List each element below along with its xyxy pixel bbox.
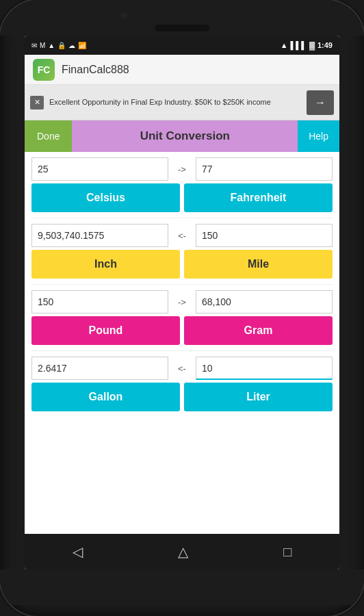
mile-input[interactable] bbox=[196, 224, 333, 247]
fahrenheit-button[interactable]: Fahrenheit bbox=[184, 183, 333, 212]
screen-title: Unit Conversion bbox=[72, 120, 298, 152]
app-bar: FC FinanCalc888 bbox=[25, 55, 339, 85]
volume-buttons: Gallon Liter bbox=[31, 383, 333, 411]
sync-icon: ☁ bbox=[68, 42, 75, 49]
status-bar-left: ✉ M ▲ 🔒 ☁ 📶 bbox=[31, 42, 86, 49]
status-bar-right: ▲ ▌▌▌ ▓ 1:49 bbox=[281, 41, 333, 49]
weight-conversion-row: -> Pound Gram bbox=[31, 290, 333, 345]
camera-dot bbox=[120, 12, 127, 19]
temp-buttons: Celsius Fahrenheit bbox=[31, 183, 333, 212]
status-bar: ✉ M ▲ 🔒 ☁ 📶 ▲ ▌▌▌ ▓ 1:49 bbox=[25, 36, 339, 55]
signal-icon: ▌▌▌ bbox=[291, 41, 307, 49]
home-button[interactable]: △ bbox=[164, 538, 202, 565]
mail-icon: ✉ bbox=[31, 42, 37, 49]
recent-button[interactable]: □ bbox=[270, 539, 305, 565]
volume-conversion-row: <- Gallon Liter bbox=[31, 357, 333, 411]
mile-button[interactable]: Mile bbox=[184, 250, 333, 279]
volume-direction: <- bbox=[172, 363, 192, 374]
lock-icon: 🔒 bbox=[57, 42, 66, 49]
phone-speaker bbox=[155, 25, 209, 31]
weight-direction: -> bbox=[172, 297, 192, 307]
ad-arrow-button[interactable]: → bbox=[307, 90, 334, 115]
inch-button[interactable]: Inch bbox=[31, 250, 180, 279]
motorola-icon: M bbox=[40, 42, 45, 49]
content-area: -> Celsius Fahrenheit <- Inch Mil bbox=[25, 152, 339, 534]
weight-buttons: Pound Gram bbox=[31, 316, 333, 345]
header-bar: Done Unit Conversion Help bbox=[25, 120, 339, 152]
liter-button[interactable]: Liter bbox=[184, 383, 333, 411]
length-conversion-row: <- Inch Mile bbox=[31, 224, 333, 279]
celsius-input[interactable] bbox=[31, 157, 168, 181]
ad-close-button[interactable]: ✕ bbox=[30, 96, 44, 110]
divider-2 bbox=[31, 284, 333, 285]
volume-inputs: <- bbox=[31, 357, 333, 380]
battery-icon: ▓ bbox=[309, 41, 315, 49]
pound-button[interactable]: Pound bbox=[31, 316, 180, 345]
length-buttons: Inch Mile bbox=[31, 250, 333, 279]
signal-bars-icon: 📶 bbox=[78, 42, 86, 49]
wifi-icon: ▲ bbox=[281, 41, 288, 49]
app-title: FinanCalc888 bbox=[62, 64, 129, 76]
divider-3 bbox=[31, 350, 333, 351]
phone-shell: ✉ M ▲ 🔒 ☁ 📶 ▲ ▌▌▌ ▓ 1:49 FC FinanCalc888… bbox=[0, 0, 364, 616]
gram-input[interactable] bbox=[196, 290, 333, 313]
phone-screen: ✉ M ▲ 🔒 ☁ 📶 ▲ ▌▌▌ ▓ 1:49 FC FinanCalc888… bbox=[25, 36, 339, 569]
temp-direction: -> bbox=[172, 164, 192, 175]
clock: 1:49 bbox=[317, 41, 333, 49]
ad-text: Excellent Opportunity in Final Exp Indus… bbox=[49, 97, 301, 107]
done-button[interactable]: Done bbox=[25, 120, 72, 152]
phone-top-bar bbox=[0, 0, 364, 36]
ad-banner: ✕ Excellent Opportunity in Final Exp Ind… bbox=[25, 85, 339, 120]
length-inputs: <- bbox=[31, 224, 333, 247]
back-button[interactable]: ◁ bbox=[59, 538, 96, 565]
pound-input[interactable] bbox=[31, 290, 168, 313]
length-direction: <- bbox=[172, 231, 192, 241]
liter-input[interactable] bbox=[196, 357, 333, 380]
temp-inputs: -> bbox=[31, 157, 333, 181]
gram-button[interactable]: Gram bbox=[184, 316, 333, 345]
celsius-button[interactable]: Celsius bbox=[31, 183, 180, 212]
weight-inputs: -> bbox=[31, 290, 333, 313]
app-icon: FC bbox=[33, 59, 55, 81]
help-button[interactable]: Help bbox=[298, 120, 339, 152]
fahrenheit-input[interactable] bbox=[196, 157, 333, 181]
gallon-button[interactable]: Gallon bbox=[31, 383, 180, 411]
temperature-conversion-row: -> Celsius Fahrenheit bbox=[31, 157, 333, 212]
gallon-input[interactable] bbox=[31, 357, 168, 380]
alert-icon: ▲ bbox=[48, 42, 55, 49]
divider-1 bbox=[31, 218, 333, 218]
inch-input[interactable] bbox=[31, 224, 168, 247]
bottom-nav: ◁ △ □ bbox=[25, 534, 339, 569]
phone-bottom bbox=[0, 569, 364, 605]
